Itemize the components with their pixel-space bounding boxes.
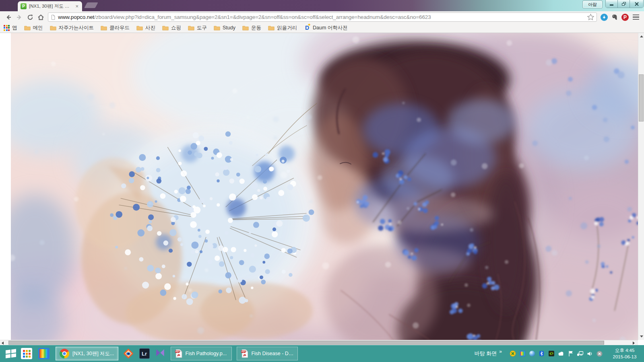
scroll-left-icon[interactable] [2, 341, 4, 345]
bookmark-star-icon[interactable] [587, 13, 594, 21]
minimize-icon [610, 4, 613, 6]
apps-view-button[interactable] [21, 348, 32, 359]
pdf-window-label: Fish Pathology.p... [186, 351, 227, 356]
clock-date: 2015-06-13 [608, 354, 642, 360]
folder-icon [214, 25, 220, 31]
taskbar: [NX1, 30팬] 저도... Lr PDF Fish Pathology.p… [0, 345, 644, 362]
page-content [0, 33, 644, 345]
vertical-scroll-thumb[interactable] [639, 74, 644, 121]
bookmark-folder-exercise[interactable]: 운동 [242, 25, 261, 31]
svg-text:PDF: PDF [175, 351, 179, 353]
home-button[interactable] [35, 12, 46, 22]
screenshot-tool-tray-icon[interactable] [519, 350, 526, 357]
lightroom-button[interactable]: Lr [139, 348, 150, 359]
bookmark-folder-study[interactable]: Study [214, 25, 235, 31]
folder-icon [101, 25, 107, 31]
bookmark-folder-cloud[interactable]: 클라우드 [101, 25, 130, 31]
bookmark-folder-photos[interactable]: 사진 [136, 25, 155, 31]
nvidia-tray-icon[interactable] [548, 350, 555, 357]
daum-icon: D★ [304, 25, 310, 31]
forward-button[interactable] [14, 12, 25, 22]
evernote-extension-button[interactable] [609, 12, 620, 22]
bookmark-folder-frequent[interactable]: 자주가는사이트 [50, 25, 94, 31]
horizontal-scroll-thumb[interactable] [8, 341, 604, 345]
bluetooth-tray-icon[interactable] [538, 350, 545, 357]
bookmark-label: 클라우드 [109, 25, 130, 31]
photo-viewer-button[interactable] [123, 348, 134, 359]
restore-icon [622, 2, 626, 6]
browser-toolbar: www.popco.net/zboard/view.php?id=dica_fo… [0, 11, 644, 23]
desktop-toolbar-label: 바탕 화면 [475, 350, 497, 357]
scroll-up-icon[interactable] [640, 35, 643, 37]
pdf-taskbar-button-1[interactable]: PDF Fish Pathology.p... [171, 347, 232, 360]
popco-favicon-icon: P [21, 3, 27, 9]
scroll-right-icon[interactable] [633, 341, 635, 345]
overflow-chevron-icon[interactable]: » [499, 349, 502, 354]
minimize-button[interactable] [606, 0, 618, 8]
desktop-screen: P [NX1, 30팬] 저도 꽃사진 × 아람 [0, 0, 644, 362]
restore-button[interactable] [618, 0, 630, 8]
bookmarks-bar: 앱 메인 자주가는사이트 클라우드 사진 쇼핑 도구 Study [0, 23, 644, 33]
bookmark-folder-shopping[interactable]: 쇼핑 [162, 25, 181, 31]
chrome-icon [60, 349, 69, 358]
back-icon [5, 14, 12, 21]
blue-down-arrow-icon [601, 14, 608, 21]
window-titlebar: P [NX1, 30팬] 저도 꽃사진 × 아람 [0, 0, 644, 11]
image-tool-button[interactable] [38, 348, 50, 359]
folder-icon [24, 25, 31, 31]
horizontal-scrollbar[interactable] [0, 340, 638, 345]
tab-close-icon[interactable]: × [74, 3, 79, 9]
system-tray [509, 350, 603, 357]
pinterest-extension-button[interactable]: P [620, 12, 630, 22]
download-extension-button[interactable] [599, 12, 609, 22]
folder-icon [136, 25, 143, 31]
bookmark-label: 읽을거리 [277, 25, 297, 31]
reload-icon [27, 14, 33, 21]
network-tray-icon[interactable] [577, 350, 584, 357]
pdf-icon: PDF [175, 349, 182, 358]
volume-tray-icon[interactable] [586, 350, 593, 357]
start-button[interactable] [6, 349, 17, 358]
svg-text:PDF: PDF [241, 351, 245, 353]
bookmark-daum-dictionary[interactable]: D★ Daum 어학사전 [304, 25, 348, 31]
pinterest-icon: P [621, 14, 629, 21]
bookmark-folder-main[interactable]: 메인 [24, 25, 43, 31]
reload-button[interactable] [25, 12, 35, 22]
profile-button[interactable]: 아람 [583, 1, 602, 8]
kmplayer-button[interactable] [155, 348, 165, 360]
pdf-taskbar-button-2[interactable]: PDF Fish Disease - Di... [237, 347, 298, 360]
chrome-window-label: [NX1, 30팬] 저도... [72, 350, 114, 357]
bookmark-label: Daum 어학사전 [313, 25, 348, 31]
gray-x-tray-icon[interactable] [596, 350, 603, 357]
action-center-flag-icon[interactable] [567, 350, 574, 357]
taskbar-clock[interactable]: 오후 4:45 2015-06-13 [608, 347, 642, 360]
windows-logo-icon [6, 350, 10, 354]
back-button[interactable] [3, 12, 14, 22]
bookmark-label: 쇼핑 [171, 25, 181, 31]
url-path: /zboard/view.php?id=dica_forum_samsung&p… [94, 14, 431, 20]
vertical-scrollbar[interactable] [638, 33, 644, 340]
close-icon [635, 2, 639, 6]
scroll-down-icon[interactable] [640, 335, 643, 337]
photo-main[interactable] [11, 33, 638, 340]
close-button[interactable] [630, 0, 643, 8]
blue-sphere-tray-icon[interactable] [528, 350, 535, 357]
pdf-window-label: Fish Disease - Di... [251, 351, 293, 356]
chrome-taskbar-button[interactable]: [NX1, 30팬] 저도... [56, 347, 118, 360]
address-bar[interactable]: www.popco.net/zboard/view.php?id=dica_fo… [48, 12, 597, 22]
browser-tab[interactable]: P [NX1, 30팬] 저도 꽃사진 × [18, 1, 82, 11]
bookmark-label: 도구 [197, 25, 207, 31]
bookmark-folder-reading[interactable]: 읽을거리 [268, 25, 297, 31]
bookmark-folder-tools[interactable]: 도구 [188, 25, 207, 31]
page-icon [50, 14, 56, 21]
apps-grid-icon [23, 350, 31, 358]
menu-button[interactable] [630, 12, 641, 22]
antivirus-tray-icon[interactable] [509, 350, 516, 357]
folder-icon [162, 25, 169, 31]
apps-shortcut[interactable]: 앱 [4, 25, 17, 31]
desktop-toolbar[interactable]: 바탕 화면 » [475, 350, 502, 357]
hamburger-icon [633, 14, 639, 20]
cloud-tray-icon[interactable] [557, 350, 564, 357]
new-tab-button[interactable] [84, 2, 98, 8]
folder-icon [188, 25, 194, 31]
